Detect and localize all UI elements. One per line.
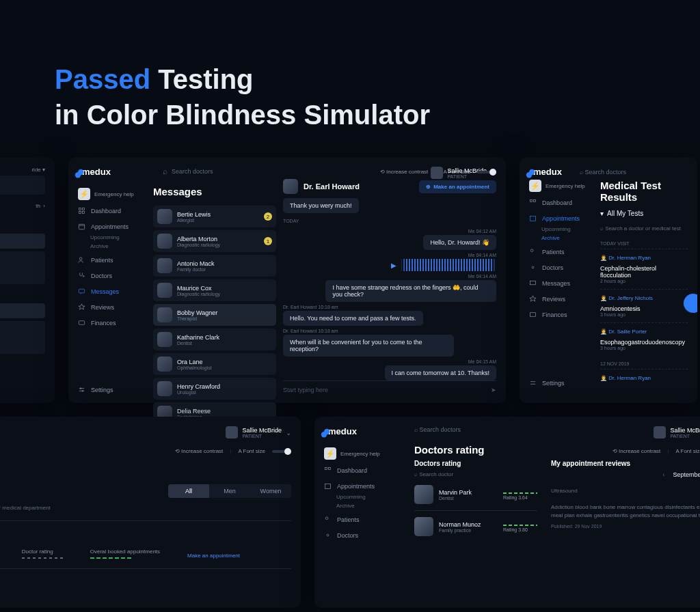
screen-patients-frag: Sallie McBridePATIENT ⌄ ⟲ Increase contr…: [0, 417, 301, 608]
tab-women[interactable]: Women: [250, 484, 291, 498]
calendar-icon: [529, 214, 537, 222]
svg-rect-3: [82, 211, 84, 213]
nav-appointments[interactable]: Appointments: [529, 213, 591, 223]
font-size-slider[interactable]: [477, 171, 496, 173]
svg-point-5: [79, 258, 82, 260]
test-item[interactable]: 👨‍⚕️ Dr. Herman Ryan: [600, 369, 688, 387]
headline: Passed Testing in Color Blindness Simula…: [55, 61, 430, 133]
svg-rect-17: [530, 313, 535, 317]
send-icon[interactable]: ➤: [491, 387, 496, 393]
nav-patients[interactable]: Patients: [529, 247, 591, 257]
users-icon: [78, 256, 85, 264]
screen-messages: Sallie McBride PATIENT ⌄ Search doctors …: [68, 157, 506, 403]
fab-button[interactable]: [684, 294, 697, 313]
make-appointment-button[interactable]: ⊕ Make an appointment: [419, 180, 496, 193]
doctor-avatar: [283, 179, 298, 194]
emergency-help[interactable]: ⚡ Emergency help: [78, 188, 153, 200]
nav-finances[interactable]: Finances: [529, 309, 591, 320]
toggle-contrast[interactable]: ⟲ Increase contrast: [175, 448, 224, 454]
page-title: Medical Test Results: [600, 180, 688, 203]
doctor-search[interactable]: ⌕ Search doctor: [414, 471, 537, 477]
chat-bubble: I have some strange redness on the finge…: [325, 280, 496, 302]
search-input[interactable]: ⌕ Search doctors: [414, 426, 461, 433]
nav-appointments[interactable]: Appointments: [324, 481, 399, 491]
sidebar: medux ⚡Emergency help Dashboard Appointm…: [324, 426, 399, 598]
nav-doctors[interactable]: Doctors: [529, 262, 591, 273]
nav-patients[interactable]: Patients: [324, 514, 399, 525]
chat-bubble: Thank you wery much!: [283, 198, 359, 213]
contact-item[interactable]: Bertie LewisAllergist2: [153, 206, 276, 227]
contact-item[interactable]: Alberta MortonDiagnostic radiology1: [153, 230, 276, 252]
nav-settings[interactable]: Settings: [529, 379, 591, 387]
tests-tab[interactable]: ▾ All My Tests: [600, 210, 688, 217]
search-input[interactable]: Search doctors: [163, 167, 213, 176]
svg-point-15: [532, 266, 534, 268]
svg-rect-13: [530, 216, 535, 221]
nav-appointments[interactable]: Appointments: [78, 221, 153, 232]
doctor-row[interactable]: Norman MunozFamily practice Rating 3.80: [414, 514, 537, 540]
nav-dashboard[interactable]: Dashboard: [324, 465, 399, 475]
screen-sliver-left: ride ▾ th › ••• ult ••• ult: [0, 157, 55, 403]
nav-doctors[interactable]: Doctors: [324, 530, 399, 540]
nav-dashboard[interactable]: Dashboard: [78, 206, 153, 216]
tests-search[interactable]: ⌕ Search a doctor or medical test: [600, 221, 688, 236]
toggle-contrast[interactable]: ⟲ Increase contrast: [380, 169, 429, 175]
contact-item[interactable]: Ora LaneOphthalmologist: [153, 353, 276, 375]
nav-messages[interactable]: Messages: [529, 278, 591, 288]
svg-point-14: [530, 249, 533, 252]
nav-doctors[interactable]: Doctors: [78, 270, 153, 281]
toggle-contrast[interactable]: ⟲ Increase contrast: [612, 448, 661, 454]
result-pill[interactable]: ult: [0, 303, 45, 318]
svg-rect-1: [82, 208, 84, 210]
test-item[interactable]: 👨‍⚕️ Dr. Herman Ryan Cephalin-cholestero…: [600, 249, 688, 289]
contact-item[interactable]: Katharine ClarkDentist: [153, 329, 276, 350]
nav-reviews[interactable]: Reviews: [529, 294, 591, 304]
nav-patients[interactable]: Patients: [78, 255, 153, 265]
nav-dashboard[interactable]: Dashboard: [529, 197, 591, 208]
search-input[interactable]: ⌕ Search doctors: [580, 169, 626, 176]
contact-item-active[interactable]: Bobby WagnerTherapist: [153, 304, 276, 326]
emergency-help[interactable]: ⚡Emergency help: [529, 180, 591, 192]
gender-tabs: All Men Women: [168, 484, 291, 498]
sliders-icon: [529, 379, 537, 387]
contact-item[interactable]: Maurice CoxDiagnostic radiology: [153, 279, 276, 301]
wallet-icon: [78, 319, 85, 326]
nav-upcoming[interactable]: Upcomming: [78, 234, 153, 240]
chat-input[interactable]: Start typing here ➤: [283, 380, 496, 393]
test-item[interactable]: 👩‍⚕️ Dr. Sallie Porter Esophagogastroduo…: [600, 322, 688, 356]
nav-reviews[interactable]: Reviews: [78, 302, 153, 312]
sidebar: medux ⚡ Emergency help Dashboard Appoint…: [78, 167, 153, 393]
tab-men[interactable]: Men: [209, 484, 250, 498]
star-icon: [78, 303, 85, 311]
logo: medux: [78, 167, 153, 177]
font-size-slider[interactable]: [272, 450, 291, 453]
wallet-icon: [529, 311, 537, 318]
sliders-icon: [78, 386, 85, 393]
tab-all[interactable]: All: [168, 484, 209, 498]
prev-month[interactable]: ‹: [662, 471, 664, 478]
test-item[interactable]: 👨‍⚕️ Dr. Jeffery Nichols Amniocentesis 3…: [600, 289, 688, 322]
audio-message[interactable]: ▶: [391, 259, 496, 271]
result-pill[interactable]: ult: [0, 234, 45, 249]
nav-settings[interactable]: Settings: [78, 386, 153, 393]
doctor-row[interactable]: Marvin ParkDentist Rating 3.64: [414, 482, 537, 507]
user-menu[interactable]: Sallie McBridePATIENT ⌄: [226, 426, 291, 439]
contact-item[interactable]: Antonio MackFamily doctor: [153, 255, 276, 277]
emergency-help[interactable]: ⚡Emergency help: [324, 447, 399, 460]
contact-item[interactable]: Henry CrawfordUrologist: [153, 378, 276, 400]
svg-rect-16: [530, 281, 535, 285]
play-icon[interactable]: ▶: [391, 262, 396, 269]
search-frag[interactable]: octor or medical department: [0, 505, 291, 511]
nav-messages[interactable]: Messages: [78, 286, 153, 296]
svg-point-22: [327, 534, 329, 536]
stethoscope-icon: [529, 264, 537, 271]
chat-icon: [78, 288, 85, 295]
nav-archive[interactable]: Archive: [78, 243, 153, 249]
contact-list: Messages Bertie LewisAllergist2 Alberta …: [153, 167, 276, 393]
chat-bubble: Hello, Dr. Howard! 👋: [423, 235, 496, 250]
chat-doctor-name: Dr. Earl Howard: [304, 182, 360, 191]
user-menu[interactable]: Sallie McBridePATIENT ⌄: [654, 426, 700, 439]
month-label: September 2019: [673, 471, 700, 478]
nav-finances[interactable]: Finances: [78, 318, 153, 328]
make-appointment-link[interactable]: Make an appointment: [187, 553, 240, 559]
